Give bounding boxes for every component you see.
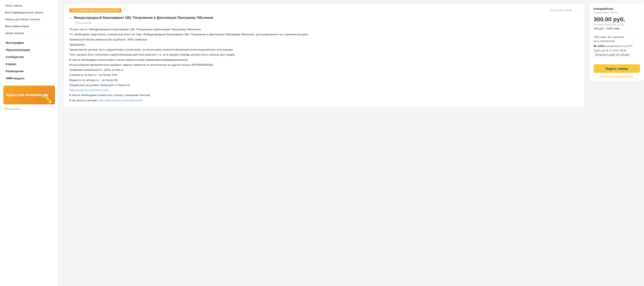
order-body: ТЗ для текста «Международный Бакалавриат…: [69, 27, 579, 103]
sidebar-section-placement[interactable]: ›Размещение: [0, 68, 58, 75]
order-header-left: В ОЖИДАНИИ ВЫБОРА ИСПОЛНИТЕЛЯ ⓘ: [69, 8, 127, 12]
order-title-row: ∞ Международный Бакалавриат (IB): Погруж…: [69, 15, 579, 20]
right-card-detail-2: 95–100% уникальность по eTXT: [594, 44, 640, 48]
order-title: Международный Бакалавриат (IB): Погружен…: [74, 15, 213, 20]
sidebar-section-label: Сообщество: [6, 55, 24, 59]
order-body-line: Предложения должны быть недлинными и пон…: [69, 47, 579, 52]
sidebar-item-archive-orders[interactable]: Архив заказов: [0, 30, 58, 36]
sidebar-nav: Поиск заказаМои индивидуальные заказыЗак…: [0, 2, 58, 36]
sidebar-section-label: Размещение: [6, 70, 24, 73]
sidebar-section-label: Фотографии: [6, 41, 24, 44]
sidebar-divider-1: [0, 38, 58, 38]
order-body-line: Текст должен быть полезным и удобочитаем…: [69, 52, 579, 57]
detail2-pct: 95–100%: [594, 45, 605, 48]
info-icon[interactable]: ⓘ: [124, 8, 127, 12]
sidebar-item-search-orders[interactable]: Поиск заказа: [0, 2, 58, 9]
turgenev-link[interactable]: https://turgenev.ashmanov.com/: [69, 89, 109, 92]
detail1-suffix: есть ограничение: [594, 40, 615, 43]
order-card-header: В ОЖИДАНИИ ВЫБОРА ИСПОЛНИТЕЛЯ ⓘ 10.10.20…: [69, 8, 579, 12]
sidebar-banner-text: Курсы для копирайтеров: [6, 93, 48, 97]
order-body-line: Использование механического рерайта, зам…: [69, 63, 579, 67]
right-card-divider-2: [594, 62, 640, 62]
status-badge: В ОЖИДАНИИ ВЫБОРА ИСПОЛНИТЕЛЯ: [69, 8, 122, 12]
sidebar-ads-label: Объявления: [0, 104, 58, 112]
apply-button[interactable]: Подать заявку: [594, 64, 640, 73]
order-body-line: Общий риск не должен превышать 5 балла п…: [69, 83, 579, 87]
right-card: Копирайтинг Продающие тексты 300.00 руб.…: [590, 3, 644, 81]
right-card-rate: 100 руб. / 1000 симв.: [594, 27, 640, 30]
chevron-icon: ›: [3, 70, 4, 72]
sidebar-section-community[interactable]: ›Сообщество: [0, 53, 58, 61]
sidebar-item-my-individual-orders[interactable]: Мои индивидуальные заказы: [0, 9, 58, 16]
sidebar-section-service[interactable]: ›Сервис: [0, 61, 58, 68]
right-panel: Копирайтинг Продающие тексты 300.00 руб.…: [590, 0, 644, 286]
sidebar-section-photos[interactable]: ›Фотографии: [0, 39, 58, 46]
dots-menu[interactable]: ···: [574, 8, 579, 12]
right-card-subtype: Продающие тексты: [594, 11, 640, 14]
order-card: В ОЖИДАНИИ ВЫБОРА ИСПОЛНИТЕЛЯ ⓘ 10.10.20…: [64, 4, 584, 108]
chevron-icon: ›: [3, 56, 4, 58]
order-header-right: 10.10.2023, 09:58 ···: [550, 8, 579, 12]
order-body-link2-line: ib dp школы в москве https://bismoscow.c…: [69, 98, 579, 103]
sidebar-item-whitelist-orders[interactable]: Заказы для белых списков: [0, 16, 58, 23]
order-body-line: Примерный объём символов без пробелов: 3…: [69, 37, 579, 42]
sidebar-section-label: SMM-модуль: [6, 77, 24, 80]
order-body-line: ТЗ для текста «Международный Бакалавриат…: [69, 27, 579, 32]
order-body-line: Требования:: [69, 42, 579, 47]
order-body-anchor-line: В тексте необходимо разместить ссылку с …: [69, 93, 579, 98]
bismoscow-link[interactable]: https://bismoscow.com/ru/schools/3/: [98, 99, 143, 102]
order-datetime: 10.10.2023, 09:58: [550, 9, 572, 12]
sidebar-section-label: Персонализация: [6, 48, 30, 52]
chevron-icon: ›: [3, 63, 4, 65]
order-body-line: Водность по advego.ru – не более 60.: [69, 78, 579, 82]
order-body-line: Спамность по text.ru – не более 42%: [69, 73, 579, 77]
right-card-divider-1: [594, 33, 640, 33]
detail1-prefix: 3000 симв.: [594, 36, 607, 39]
comments-link[interactable]: Заявки и комментарии (4): [594, 75, 640, 78]
sidebar-section-smm[interactable]: ›SMM-модуль: [0, 75, 58, 82]
order-body-line: Требуемая уникальность: 100% по text.ru: [69, 68, 579, 72]
sidebar-item-my-comments[interactable]: Мои комментарии: [0, 23, 58, 30]
chevron-icon: ›: [3, 42, 4, 44]
chevron-icon: ›: [3, 49, 4, 51]
sidebar: Поиск заказаМои индивидуальные заказыЗак…: [0, 0, 58, 286]
right-card-timer: Осталось 5 дней 13 ч 49 мин: [594, 53, 631, 57]
detail1-middle: без пробелов ,: [607, 36, 626, 39]
order-body-line: В тексте необходимо использовать списки …: [69, 58, 579, 62]
sidebar-sections: ›Фотографии›Персонализация›Сообщество›Се…: [0, 39, 58, 82]
chevron-icon: ›: [3, 77, 4, 80]
right-card-deadline: Сдать до 16.10.2023, 09:00: [594, 49, 640, 52]
main-content: В ОЖИДАНИИ ВЫБОРА ИСПОЛНИТЕЛЯ ⓘ 10.10.20…: [58, 0, 590, 286]
order-link-icon: ∞: [69, 16, 72, 20]
right-card-detail-1: 3000 симв. без пробелов , есть ограничен…: [594, 35, 640, 43]
order-category: Образование: [75, 21, 579, 24]
right-card-commission: Включая комиссию 15 руб.: [594, 23, 640, 26]
order-body-link1-line: https://turgenev.ashmanov.com/: [69, 88, 579, 93]
sidebar-banner[interactable]: Курсы для копирайтеров ✏️: [3, 86, 55, 104]
detail2-suffix: уникальность по eTXT: [605, 45, 633, 48]
right-card-price: 300.00 руб.: [594, 16, 640, 23]
right-card-type: Копирайтинг: [594, 7, 640, 10]
order-body-line: ТЗ: необходимо подготовить уникальный те…: [69, 32, 579, 37]
sidebar-section-personalization[interactable]: ›Персонализация: [0, 46, 58, 53]
sidebar-section-label: Сервис: [6, 62, 16, 66]
